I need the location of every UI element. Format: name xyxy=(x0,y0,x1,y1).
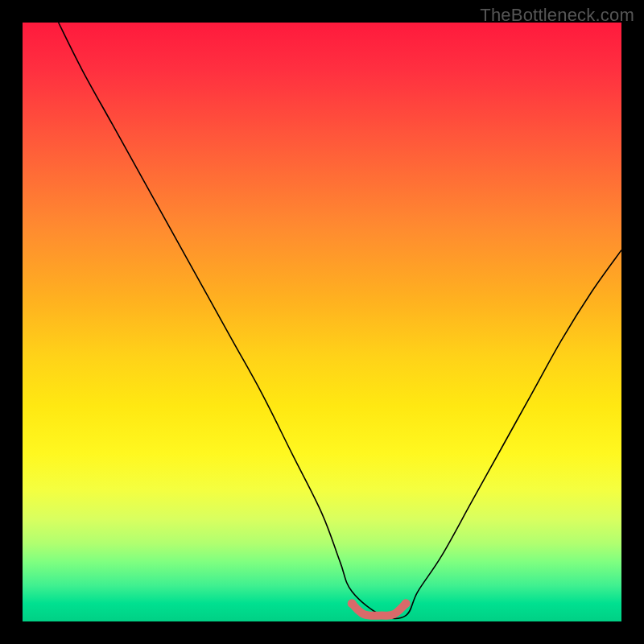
chart-optimal-range xyxy=(352,604,406,616)
chart-curve xyxy=(59,23,621,619)
chart-plot-area xyxy=(23,23,621,621)
watermark-text: TheBottleneck.com xyxy=(480,5,634,26)
chart-marker-right xyxy=(402,599,411,608)
chart-svg xyxy=(23,23,621,621)
chart-marker-left xyxy=(348,599,357,608)
